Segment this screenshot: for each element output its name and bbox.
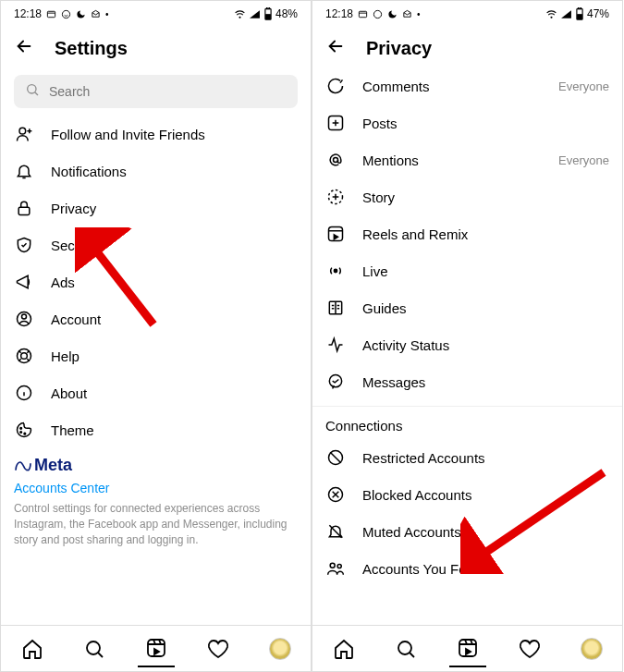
svg-point-6 [28, 85, 36, 93]
row-blocked[interactable]: Blocked Accounts [312, 476, 622, 513]
row-restricted[interactable]: Restricted Accounts [312, 439, 622, 476]
row-label: Posts [362, 116, 609, 131]
nav-activity[interactable] [200, 630, 237, 667]
mail-icon [402, 9, 412, 19]
svg-point-29 [334, 269, 336, 272]
row-theme[interactable]: Theme [1, 411, 311, 448]
svg-rect-5 [266, 15, 271, 19]
nav-profile[interactable] [573, 630, 610, 667]
row-ads[interactable]: Ads [1, 263, 311, 300]
row-reels-remix[interactable]: Reels and Remix [312, 215, 622, 252]
row-about[interactable]: About [1, 374, 311, 411]
page-title: Settings [55, 38, 128, 59]
row-activity-status[interactable]: Activity Status [312, 326, 622, 363]
battery-icon [263, 7, 273, 20]
accounts-center-link[interactable]: Accounts Center [14, 481, 298, 495]
row-label: Mentions [362, 153, 542, 168]
row-label: Story [362, 189, 609, 205]
nav-search[interactable] [76, 630, 113, 667]
svg-point-7 [19, 128, 26, 134]
meta-brand-text: Meta [34, 456, 72, 475]
row-security[interactable]: Security [1, 226, 311, 263]
story-icon [325, 188, 346, 206]
reels-remix-icon [325, 225, 346, 243]
svg-rect-24 [578, 15, 582, 19]
row-posts[interactable]: Posts [312, 104, 622, 141]
privacy-icon [14, 199, 34, 217]
nav-reels[interactable] [138, 630, 175, 667]
svg-rect-0 [47, 11, 55, 17]
nav-home[interactable] [14, 630, 51, 667]
status-more-dot: • [417, 9, 421, 19]
signal-icon [249, 8, 261, 20]
row-account[interactable]: Account [1, 300, 311, 337]
svg-point-16 [24, 433, 26, 434]
svg-point-34 [330, 563, 335, 568]
settings-screen: 12:18 • 48% Settings Follow and Invite F… [0, 0, 312, 672]
search-input[interactable] [49, 84, 287, 99]
row-label: Guides [362, 300, 609, 316]
nav-activity[interactable] [511, 630, 548, 667]
row-help[interactable]: Help [1, 337, 311, 374]
svg-rect-8 [18, 207, 30, 214]
privacy-list: Comments Everyone Posts Mentions Everyon… [312, 67, 622, 625]
row-label: Security [51, 238, 298, 253]
notification-icon [358, 9, 368, 19]
row-label: Restricted Accounts [362, 450, 609, 466]
avatar [269, 638, 291, 660]
avatar [581, 638, 603, 660]
svg-point-12 [21, 353, 28, 360]
blocked-icon [325, 485, 346, 504]
whatsapp-icon [61, 9, 71, 19]
nav-home[interactable] [325, 630, 362, 667]
live-icon [325, 262, 346, 280]
app-header: Settings [1, 27, 311, 67]
search-icon [25, 82, 40, 101]
row-guides[interactable]: Guides [312, 289, 622, 326]
row-privacy[interactable]: Privacy [1, 189, 311, 226]
row-label: Accounts You Follow [362, 561, 609, 577]
row-accounts-follow[interactable]: Accounts You Follow [312, 550, 622, 587]
moon-icon [76, 9, 86, 19]
bottom-nav [1, 625, 311, 671]
nav-profile[interactable] [262, 630, 299, 667]
back-button[interactable] [14, 36, 34, 60]
about-icon [14, 384, 34, 402]
settings-list: Follow and Invite Friends Notifications … [1, 116, 311, 625]
status-battery-pct: 47% [587, 7, 609, 20]
row-notifications[interactable]: Notifications [1, 153, 311, 189]
row-label: Messages [362, 374, 609, 390]
row-label: Help [51, 348, 298, 364]
whatsapp-icon [373, 9, 383, 19]
svg-point-2 [239, 17, 240, 18]
search-box[interactable] [14, 75, 298, 108]
row-label: Ads [51, 275, 298, 290]
svg-point-20 [373, 10, 381, 18]
nav-reels[interactable] [449, 630, 486, 667]
svg-point-31 [329, 375, 341, 387]
svg-rect-23 [578, 7, 581, 9]
row-label: Reels and Remix [362, 226, 609, 242]
row-label: Privacy [51, 201, 298, 216]
row-muted[interactable]: Muted Accounts [312, 513, 622, 550]
row-story[interactable]: Story [312, 178, 622, 215]
row-trail: Everyone [558, 153, 609, 167]
follow-invite-icon [14, 125, 34, 143]
row-mentions[interactable]: Mentions Everyone [312, 141, 622, 178]
svg-point-15 [20, 432, 22, 434]
row-comments[interactable]: Comments Everyone [312, 67, 622, 104]
restricted-icon [325, 448, 346, 467]
nav-search[interactable] [387, 630, 424, 667]
row-label: Theme [51, 422, 298, 438]
section-connections: Connections [312, 406, 622, 439]
status-bar: 12:18 • 47% [312, 1, 622, 27]
row-messages[interactable]: Messages [312, 363, 622, 400]
meta-description: Control settings for connected experienc… [14, 501, 298, 547]
back-button[interactable] [325, 36, 346, 60]
row-label: About [51, 385, 298, 401]
row-follow-invite[interactable]: Follow and Invite Friends [1, 116, 311, 153]
status-time: 12:18 [14, 7, 42, 20]
status-more-dot: • [105, 9, 109, 19]
row-live[interactable]: Live [312, 252, 622, 289]
meta-logo: Meta [14, 456, 298, 475]
